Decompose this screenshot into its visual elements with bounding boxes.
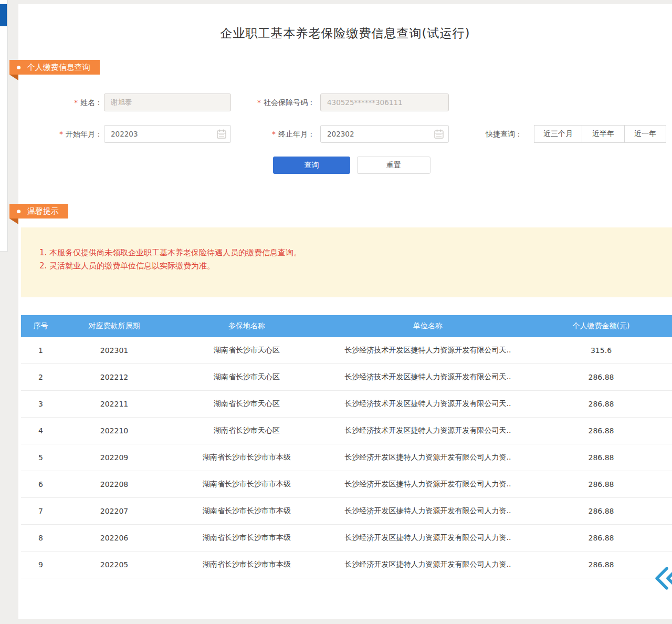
- cell-period: 202210: [60, 418, 168, 444]
- cell-region: 湖南省长沙市天心区: [168, 391, 326, 418]
- cell-index: 1: [21, 337, 60, 364]
- name-label: *姓名：: [42, 93, 102, 111]
- quick-option-1year[interactable]: 近一年: [624, 125, 666, 143]
- main-card: 企业职工基本养老保险缴费信息查询(试运行) ● 个人缴费信息查询 *姓名： *社…: [18, 4, 672, 619]
- table-row: 5202209湖南省长沙市长沙市市本级长沙经济开发区捷特人力资源开发有限公司人力…: [21, 444, 672, 471]
- start-month-input[interactable]: [104, 125, 231, 143]
- cell-period: 202209: [60, 444, 168, 471]
- cell-region: 湖南省长沙市长沙市市本级: [168, 525, 326, 552]
- table-row: 3202211湖南省长沙市天心区长沙经济技术开发区捷特人力资源开发有限公司天..…: [21, 391, 672, 418]
- cell-index: 3: [21, 391, 60, 418]
- ribbon-fold: [9, 75, 18, 80]
- header-amount: 个人缴费金额(元): [530, 315, 672, 337]
- table-row: 2202212湖南省长沙市天心区长沙经济技术开发区捷特人力资源开发有限公司天..…: [21, 364, 672, 391]
- ssn-input[interactable]: [320, 93, 449, 111]
- cell-employer: 长沙经济技术开发区捷特人力资源开发有限公司天..: [326, 337, 530, 364]
- cell-employer: 长沙经济技术开发区捷特人力资源开发有限公司天..: [326, 418, 530, 444]
- cell-amount: 286.88: [530, 471, 672, 498]
- cell-region: 湖南省长沙市长沙市市本级: [168, 444, 326, 471]
- cell-index: 5: [21, 444, 60, 471]
- header-employer: 单位名称: [326, 315, 530, 337]
- table-row: 7202207湖南省长沙市长沙市市本级长沙经济开发区捷特人力资源开发有限公司人力…: [21, 498, 672, 525]
- cell-period: 202301: [60, 337, 168, 364]
- calendar-icon[interactable]: [216, 128, 227, 140]
- section-title: 温馨提示: [27, 204, 59, 219]
- query-button[interactable]: 查询: [273, 157, 350, 174]
- calendar-icon[interactable]: [433, 128, 445, 140]
- quick-query-group: 近三个月 近半年 近一年: [534, 125, 666, 143]
- start-month-label: *开始年月：: [42, 125, 102, 143]
- cell-amount: 286.88: [530, 364, 672, 391]
- required-mark: *: [74, 98, 78, 107]
- name-input[interactable]: [104, 93, 231, 111]
- cell-amount: 286.88: [530, 391, 672, 418]
- bullet-icon: ●: [17, 60, 21, 75]
- cell-employer: 长沙经济开发区捷特人力资源开发有限公司人力资..: [326, 471, 530, 498]
- table-header-row: 序号 对应费款所属期 参保地名称 单位名称 个人缴费金额(元): [21, 315, 672, 337]
- cell-employer: 长沙经济开发区捷特人力资源开发有限公司人力资..: [326, 552, 530, 578]
- section-title: 个人缴费信息查询: [27, 60, 90, 75]
- cell-region: 湖南省长沙市长沙市市本级: [168, 552, 326, 578]
- cell-region: 湖南省长沙市长沙市市本级: [168, 498, 326, 525]
- table-row: 6202208湖南省长沙市长沙市市本级长沙经济开发区捷特人力资源开发有限公司人力…: [21, 471, 672, 498]
- page: { "page": { "title": "企业职工基本养老保险缴费信息查询(试…: [0, 0, 672, 624]
- cell-region: 湖南省长沙市天心区: [168, 364, 326, 391]
- cell-region: 湖南省长沙市长沙市市本级: [168, 471, 326, 498]
- end-month-input[interactable]: [320, 125, 449, 143]
- cell-employer: 长沙经济开发区捷特人力资源开发有限公司人力资..: [326, 498, 530, 525]
- header-index: 序号: [21, 315, 60, 337]
- table-row: 1202301湖南省长沙市天心区长沙经济技术开发区捷特人力资源开发有限公司天..…: [21, 337, 672, 364]
- cell-employer: 长沙经济技术开发区捷特人力资源开发有限公司天..: [326, 391, 530, 418]
- notice-line: 1. 本服务仅提供尚未领取企业职工基本养老保险待遇人员的缴费信息查询。: [39, 246, 662, 259]
- required-mark: *: [59, 130, 63, 138]
- cell-index: 7: [21, 498, 60, 525]
- cell-region: 湖南省长沙市天心区: [168, 337, 326, 364]
- section-header-personal-query: ● 个人缴费信息查询: [9, 60, 100, 75]
- notice-box: 1. 本服务仅提供尚未领取企业职工基本养老保险待遇人员的缴费信息查询。 2. 灵…: [21, 227, 672, 297]
- ribbon-fold: [9, 219, 18, 224]
- section-header-tips: ● 温馨提示: [9, 204, 68, 219]
- end-month-label: *终止年月：: [257, 125, 315, 143]
- cell-index: 6: [21, 471, 60, 498]
- header-period: 对应费款所属期: [60, 315, 168, 337]
- required-mark: *: [272, 130, 276, 138]
- quick-option-3months[interactable]: 近三个月: [534, 125, 582, 143]
- cell-index: 9: [21, 552, 60, 578]
- bullet-icon: ●: [17, 204, 21, 219]
- cell-period: 202208: [60, 471, 168, 498]
- double-chevron-left-icon[interactable]: [651, 566, 672, 591]
- cell-period: 202206: [60, 525, 168, 552]
- cell-index: 2: [21, 364, 60, 391]
- cell-period: 202207: [60, 498, 168, 525]
- payment-table: 序号 对应费款所属期 参保地名称 单位名称 个人缴费金额(元) 1202301湖…: [21, 315, 672, 578]
- header-region: 参保地名称: [168, 315, 326, 337]
- quick-option-6months[interactable]: 近半年: [582, 125, 625, 143]
- cell-amount: 286.88: [530, 444, 672, 471]
- cell-amount: 286.88: [530, 525, 672, 552]
- required-mark: *: [257, 98, 261, 107]
- collapsed-left-panel: [0, 0, 8, 252]
- cell-period: 202212: [60, 364, 168, 391]
- cell-employer: 长沙经济开发区捷特人力资源开发有限公司人力资..: [326, 444, 530, 471]
- cell-amount: 315.6: [530, 337, 672, 364]
- cell-employer: 长沙经济技术开发区捷特人力资源开发有限公司天..: [326, 364, 530, 391]
- notice-line: 2. 灵活就业人员的缴费单位信息以实际缴费为准。: [39, 259, 662, 273]
- cell-employer: 长沙经济开发区捷特人力资源开发有限公司人力资..: [326, 525, 530, 552]
- ssn-label: *社会保障号码：: [236, 93, 315, 111]
- cell-amount: 286.88: [530, 498, 672, 525]
- table-row: 4202210湖南省长沙市天心区长沙经济技术开发区捷特人力资源开发有限公司天..…: [21, 418, 672, 444]
- reset-button[interactable]: 重置: [357, 157, 430, 174]
- cell-period: 202205: [60, 552, 168, 578]
- cell-period: 202211: [60, 391, 168, 418]
- cell-amount: 286.88: [530, 418, 672, 444]
- table-row: 9202205湖南省长沙市长沙市市本级长沙经济开发区捷特人力资源开发有限公司人力…: [21, 552, 672, 578]
- cell-index: 8: [21, 525, 60, 552]
- table-row: 8202206湖南省长沙市长沙市市本级长沙经济开发区捷特人力资源开发有限公司人力…: [21, 525, 672, 552]
- page-title: 企业职工基本养老保险缴费信息查询(试运行): [18, 25, 672, 41]
- sidebar-fragment: [0, 4, 7, 26]
- quick-query-label: 快捷查询：: [486, 125, 530, 143]
- table-body: 1202301湖南省长沙市天心区长沙经济技术开发区捷特人力资源开发有限公司天..…: [21, 337, 672, 578]
- cell-index: 4: [21, 418, 60, 444]
- cell-region: 湖南省长沙市天心区: [168, 418, 326, 444]
